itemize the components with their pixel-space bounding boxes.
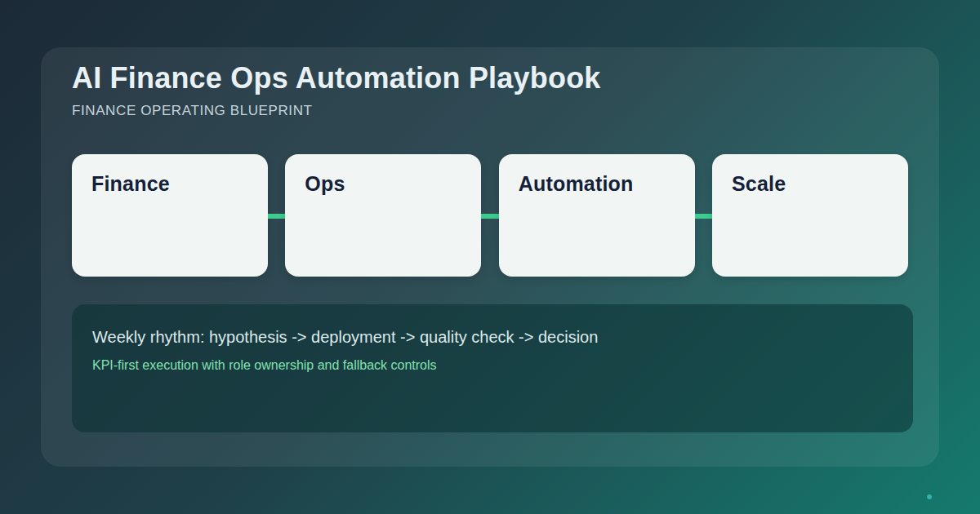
page-subtitle: FINANCE OPERATING BLUEPRINT (72, 103, 908, 119)
stage-card-finance: Finance (72, 154, 268, 277)
summary-subtext: KPI-first execution with role ownership … (92, 357, 893, 374)
summary-panel: Weekly rhythm: hypothesis -> deployment … (72, 304, 913, 432)
stage-card-label: Finance (91, 172, 170, 195)
summary-headline: Weekly rhythm: hypothesis -> deployment … (92, 326, 893, 348)
stage-connector (268, 214, 285, 219)
stage-flow-row: Finance Ops Automation Scale (72, 154, 908, 277)
stage-card-ops: Ops (285, 154, 481, 277)
stage-card-label: Automation (519, 172, 634, 195)
stage-card-automation: Automation (499, 154, 695, 277)
stage-card-label: Ops (305, 172, 345, 195)
slide-background: AI Finance Ops Automation Playbook FINAN… (0, 0, 980, 514)
page-title: AI Finance Ops Automation Playbook (72, 60, 908, 96)
main-card: AI Finance Ops Automation Playbook FINAN… (41, 47, 939, 467)
stage-connector (481, 214, 498, 219)
stage-card-scale: Scale (712, 154, 908, 277)
stage-card-label: Scale (732, 172, 786, 195)
accent-dot (927, 494, 932, 499)
stage-connector (695, 214, 712, 219)
